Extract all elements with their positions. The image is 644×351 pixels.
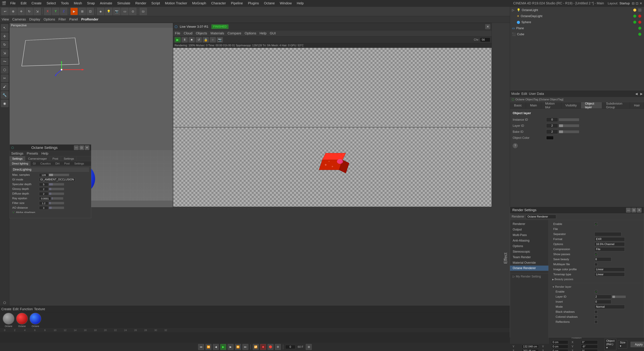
oc-val-specular[interactable]: [39, 183, 48, 186]
oc-slider-rayeps[interactable]: [52, 197, 63, 200]
lv-menu-options[interactable]: Options: [245, 31, 256, 35]
oc-slider-glossy[interactable]: [49, 188, 64, 190]
rs-dropdown-tonemaptype[interactable]: Linear: [594, 272, 625, 276]
tool-select[interactable]: ↖: [1, 24, 8, 32]
frame-number-input[interactable]: [285, 345, 295, 349]
rs-dropdown-compression[interactable]: File: [594, 247, 625, 251]
menu-file[interactable]: File: [8, 1, 18, 6]
rs-dropdown-options[interactable]: 16.5% Channel: [594, 242, 625, 246]
lv-camera-btn[interactable]: 📷: [217, 37, 223, 43]
oc-subtab-gi[interactable]: GI: [30, 161, 38, 166]
oc-slider-specular[interactable]: [49, 183, 64, 185]
tl-auto-key-btn[interactable]: 🔴: [268, 344, 274, 350]
rs-check-showpasses[interactable]: ✓: [594, 253, 598, 256]
tl-menu-create[interactable]: Create: [1, 307, 12, 311]
tl-menu-edit[interactable]: Edit: [13, 307, 18, 311]
lv-canvas-bottom[interactable]: [173, 127, 492, 207]
oc-val-rayeps[interactable]: [39, 197, 51, 200]
tool-paint[interactable]: 🖌: [1, 83, 8, 90]
light-btn[interactable]: 💡: [105, 8, 112, 15]
tool-knife[interactable]: ✂: [1, 75, 8, 82]
tl-menu-function[interactable]: Function: [20, 307, 33, 311]
rs-restore-btn[interactable]: ⊡: [632, 208, 636, 212]
rs-minimize-btn[interactable]: —: [626, 208, 631, 212]
tool-magnet[interactable]: 🔧: [1, 91, 8, 99]
scene-obj-plane[interactable]: ▭ Plane: [510, 25, 644, 31]
rs-dropdown-format[interactable]: EXR: [594, 237, 625, 241]
tl-settings-btn[interactable]: ⚙: [275, 344, 281, 350]
tool-scale[interactable]: ⇲: [1, 49, 8, 57]
rs-close-btn[interactable]: ✕: [637, 208, 642, 212]
tl-next-frame-btn[interactable]: ▶: [228, 344, 234, 350]
oc-slider-diffuse[interactable]: [49, 193, 64, 195]
menu-script[interactable]: Script: [149, 1, 162, 6]
menu-create[interactable]: Create: [29, 1, 44, 6]
keyframe-area[interactable]: [0, 333, 510, 343]
prop-slider-instance[interactable]: [559, 118, 579, 121]
tl-next-key-btn[interactable]: ⏩: [235, 344, 241, 350]
lv-menu-help[interactable]: Help: [260, 31, 266, 35]
minimize-btn[interactable]: ⊟: [632, 1, 634, 5]
tool-move[interactable]: ✛: [1, 33, 8, 40]
render-interactive-btn[interactable]: ⊡: [86, 8, 94, 15]
scene-obj-octanelight[interactable]: ▷ 💡 OctaneLight: [510, 7, 644, 13]
rs-beauty-passes[interactable]: Beauty passes: [551, 277, 642, 282]
rs-render-layer-header[interactable]: Render layer: [551, 284, 642, 289]
prop-menu-edit[interactable]: Edit: [522, 92, 527, 96]
rs-item-stereoscopic[interactable]: Stereoscopic: [510, 249, 548, 254]
oc-slider-maxsamples[interactable]: [49, 174, 69, 176]
rs-item-multipass[interactable]: Multi-Pass: [510, 232, 548, 238]
undo-btn[interactable]: ↩: [1, 8, 9, 15]
effect-label[interactable]: Effect: [503, 253, 508, 264]
menu-help[interactable]: Help: [294, 1, 306, 6]
tab-basic[interactable]: Basic: [510, 102, 526, 108]
x-axis-btn[interactable]: X: [44, 8, 51, 15]
tool-poly[interactable]: ⬡: [1, 66, 8, 74]
rs-val-savebeauty[interactable]: [594, 257, 611, 261]
oc-tab-cameraimager[interactable]: Cameraimager: [25, 156, 50, 161]
prop-menu-userdata[interactable]: User Data: [529, 92, 544, 96]
rs-item-octane[interactable]: Octane Renderer: [510, 265, 548, 271]
scale-btn[interactable]: ⇲: [34, 8, 41, 15]
tool-sculpt[interactable]: ◉: [1, 100, 8, 107]
rs-check-rl-coloredshadows[interactable]: [594, 315, 598, 318]
oc-subtab-dirt[interactable]: Dirt: [53, 161, 62, 166]
tl-last-frame-btn[interactable]: ⏭: [242, 344, 248, 350]
tab-hair[interactable]: Hair: [630, 102, 644, 108]
rs-val-rl-layerid[interactable]: [594, 295, 611, 299]
live-select-btn[interactable]: ⊕: [10, 8, 17, 15]
prop-help-btn[interactable]: ?: [513, 143, 518, 148]
sec-display[interactable]: Display: [29, 18, 40, 21]
prop-slider-layer[interactable]: [559, 124, 579, 127]
menu-plugins[interactable]: Plugins: [246, 1, 261, 6]
oc-menu-presets[interactable]: Presets: [27, 152, 38, 155]
oc-restore-btn[interactable]: ⊡: [79, 145, 84, 150]
rs-item-options[interactable]: Options: [510, 243, 548, 249]
prop-arrow-left[interactable]: ◀: [635, 92, 638, 96]
oc-slider-ao[interactable]: [49, 207, 64, 209]
attr-val-y-rot[interactable]: [581, 345, 598, 348]
tab-motion-blur[interactable]: Motion blur: [541, 102, 561, 108]
oc-subtab-post[interactable]: Post: [62, 161, 72, 166]
render-region-btn[interactable]: ⊞: [78, 8, 86, 15]
sky-btn[interactable]: ⊙: [129, 8, 136, 15]
menu-window[interactable]: Window: [278, 1, 294, 6]
rs-renderer-dropdown[interactable]: Octane Renderer: [526, 215, 556, 219]
tab-main[interactable]: Main: [526, 102, 541, 108]
menu-edit[interactable]: Edit: [18, 1, 29, 6]
oc-tab-settings2[interactable]: Settings: [61, 156, 77, 161]
z-axis-btn[interactable]: Z: [60, 8, 68, 15]
rotate-btn[interactable]: ↻: [26, 8, 33, 15]
close-btn[interactable]: ✕: [640, 1, 642, 5]
lv-menu-file[interactable]: File: [175, 31, 180, 35]
obj-vis-dot-sphere[interactable]: [633, 21, 636, 24]
prop-slider-bake[interactable]: [559, 130, 579, 133]
render-btn[interactable]: ▶: [70, 8, 78, 15]
rs-item-output[interactable]: Output: [510, 227, 548, 232]
tab-subdivision-group[interactable]: Subdivision Group: [602, 102, 630, 108]
oc-dropdown-gimode[interactable]: GI_AMBIENT_OCCLUSION: [39, 178, 75, 181]
obj-lock-icon[interactable]: [638, 9, 641, 12]
rs-slider-rl-layerid[interactable]: [612, 296, 626, 298]
menu-pipeline[interactable]: Pipeline: [228, 1, 245, 6]
oc-menu-settings[interactable]: Settings: [11, 152, 23, 155]
